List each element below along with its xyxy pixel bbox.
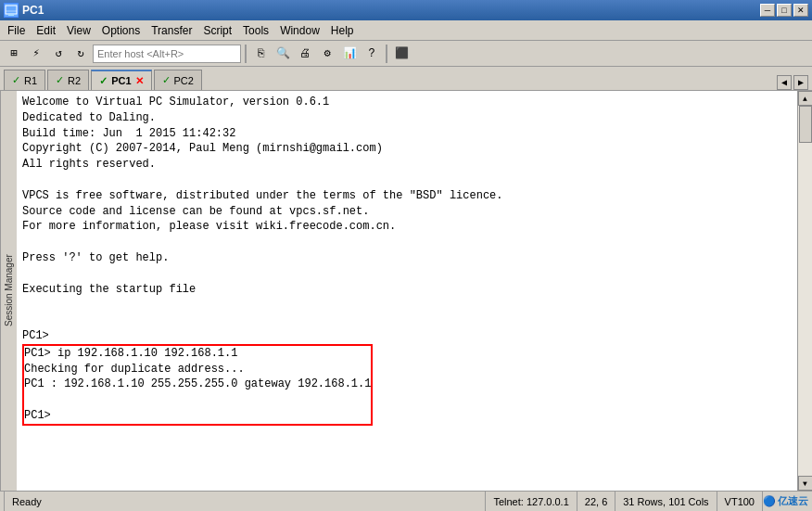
title-bar-left: PC1 xyxy=(4,3,44,18)
status-position-label: 22, 6 xyxy=(585,496,607,507)
menu-tools[interactable]: Tools xyxy=(237,22,274,39)
status-encoding: VT100 xyxy=(717,492,763,511)
menu-edit[interactable]: Edit xyxy=(31,22,61,39)
menu-bar: File Edit View Options Transfer Script T… xyxy=(0,20,812,41)
status-position: 22, 6 xyxy=(577,492,615,511)
terminal-content[interactable]: Welcome to Virtual PC Simulator, version… xyxy=(17,91,797,491)
toolbar-find[interactable]: 🔍 xyxy=(273,44,293,64)
tabs-bar: ✓ R1 ✓ R2 ✓ PC1 ✕ ✓ PC2 ◀ ▶ xyxy=(0,67,812,91)
toolbar-monitor[interactable]: 📊 xyxy=(339,44,360,64)
menu-window[interactable]: Window xyxy=(274,22,325,39)
toolbar-help[interactable]: ? xyxy=(362,44,382,64)
host-input[interactable] xyxy=(93,45,241,63)
toolbar-print[interactable]: 🖨 xyxy=(295,44,315,64)
toolbar-new[interactable]: ⊞ xyxy=(4,44,24,64)
status-encoding-label: VT100 xyxy=(725,496,755,507)
logo-icon: 🔵 xyxy=(763,495,776,507)
toolbar: ⊞ ⚡ ↺ ↻ ⎘ 🔍 🖨 ⚙ 📊 ? ⬛ xyxy=(0,41,812,67)
tabs-prev[interactable]: ◀ xyxy=(777,75,792,90)
tab-pc2-check: ✓ xyxy=(162,74,171,86)
status-ready-label: Ready xyxy=(12,496,42,507)
tab-r2-label: R2 xyxy=(68,75,81,86)
status-telnet-label: Telnet: 127.0.0.1 xyxy=(493,496,568,507)
toolbar-separator2 xyxy=(386,45,387,63)
minimize-button[interactable]: ─ xyxy=(760,4,775,17)
terminal-scrollbar[interactable]: ▲ ▼ xyxy=(797,91,812,491)
scrollbar-thumb[interactable] xyxy=(799,106,812,143)
tab-pc1-label: PC1 xyxy=(111,75,131,86)
menu-file[interactable]: File xyxy=(2,22,31,39)
scroll-down-button[interactable]: ▼ xyxy=(798,476,813,491)
tab-r2[interactable]: ✓ R2 xyxy=(47,70,89,90)
tab-pc2-label: PC2 xyxy=(174,75,194,86)
terminal-area[interactable]: Welcome to Virtual PC Simulator, version… xyxy=(17,91,812,491)
tabs-left: ✓ R1 ✓ R2 ✓ PC1 ✕ ✓ PC2 xyxy=(4,70,202,90)
app-icon xyxy=(4,3,19,18)
svg-rect-0 xyxy=(6,6,17,14)
title-bar: PC1 ─ □ ✕ xyxy=(0,0,812,20)
scrollbar-track[interactable] xyxy=(798,106,813,476)
logo-text: 亿速云 xyxy=(778,494,808,508)
toolbar-forward[interactable]: ↻ xyxy=(70,44,91,64)
scroll-up-button[interactable]: ▲ xyxy=(798,91,813,106)
window-title: PC1 xyxy=(22,4,44,17)
session-manager-label: Session Manager xyxy=(4,255,14,327)
toolbar-extra[interactable]: ⬛ xyxy=(391,44,412,64)
status-logo: 🔵 亿速云 xyxy=(763,494,808,508)
tab-r2-check: ✓ xyxy=(56,74,64,86)
toolbar-back[interactable]: ↺ xyxy=(48,44,69,64)
menu-script[interactable]: Script xyxy=(197,22,237,39)
menu-help[interactable]: Help xyxy=(325,22,360,39)
toolbar-flash[interactable]: ⚡ xyxy=(26,44,46,64)
tab-r1-check: ✓ xyxy=(12,74,20,86)
menu-view[interactable]: View xyxy=(61,22,96,39)
tabs-nav: ◀ ▶ xyxy=(777,75,808,90)
title-bar-controls: ─ □ ✕ xyxy=(760,4,808,17)
close-button[interactable]: ✕ xyxy=(793,4,808,17)
status-ready: Ready xyxy=(4,492,486,511)
toolbar-separator xyxy=(245,45,247,63)
session-manager-sidebar[interactable]: Session Manager xyxy=(0,91,17,491)
svg-rect-1 xyxy=(8,14,14,16)
toolbar-copy[interactable]: ⎘ xyxy=(250,44,271,64)
status-dimensions-label: 31 Rows, 101 Cols xyxy=(623,496,708,507)
status-dimensions: 31 Rows, 101 Cols xyxy=(615,492,717,511)
menu-transfer[interactable]: Transfer xyxy=(146,22,197,39)
toolbar-settings[interactable]: ⚙ xyxy=(317,44,337,64)
status-bar: Ready Telnet: 127.0.0.1 22, 6 31 Rows, 1… xyxy=(0,491,812,511)
tab-r1[interactable]: ✓ R1 xyxy=(4,70,45,90)
tab-pc1-check: ✓ xyxy=(99,75,108,87)
tab-pc1[interactable]: ✓ PC1 ✕ xyxy=(91,70,151,90)
tab-pc2[interactable]: ✓ PC2 xyxy=(154,70,202,90)
maximize-button[interactable]: □ xyxy=(777,4,792,17)
status-telnet: Telnet: 127.0.0.1 xyxy=(486,492,577,511)
tabs-next[interactable]: ▶ xyxy=(793,75,808,90)
tab-r1-label: R1 xyxy=(24,75,37,86)
menu-options[interactable]: Options xyxy=(96,22,146,39)
tab-pc1-close[interactable]: ✕ xyxy=(135,75,144,87)
main-area: Session Manager Welcome to Virtual PC Si… xyxy=(0,91,812,491)
